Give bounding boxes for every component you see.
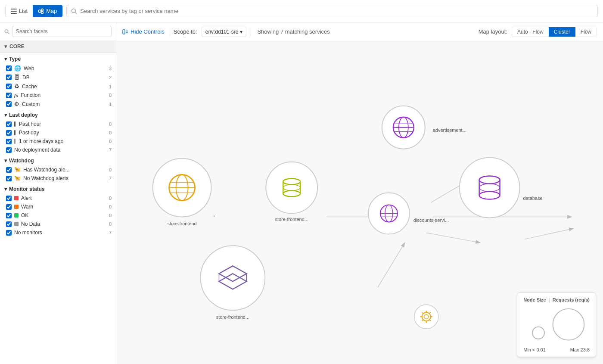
cluster-label: Cluster [554, 29, 570, 35]
facet-alert-count: 0 [109, 196, 112, 201]
node-sf2-label: store-frontend... [216, 314, 249, 320]
facet-no-monitors-label: No monitors [14, 230, 42, 236]
svg-point-46 [200, 246, 265, 310]
db-icon: 🗄 [14, 74, 20, 81]
layout-flow-button[interactable]: Flow [575, 27, 597, 37]
chevron-down-icon-type: ▾ [4, 56, 7, 62]
facet-has-watchdog-checkbox[interactable] [6, 167, 12, 173]
core-section-header[interactable]: ▾ CORE [0, 41, 116, 53]
node-sf2[interactable] [200, 246, 265, 310]
node-database[interactable] [460, 158, 520, 218]
facet-web-checkbox[interactable] [6, 65, 12, 71]
facet-warn-label: Warn [21, 204, 33, 210]
facet-web-label: Web [24, 65, 34, 72]
node-store-frontend-arrow-label: → [211, 213, 216, 218]
node-custom-small[interactable] [414, 305, 438, 329]
svg-point-63 [553, 309, 584, 340]
facet-no-watchdog-checkbox[interactable] [6, 176, 12, 181]
facet-no-watchdog: 🦮 No Watchdog alerts 7 [0, 174, 116, 183]
facet-ok-checkbox[interactable] [6, 213, 12, 218]
chevron-down-icon-monitor: ▾ [4, 186, 7, 192]
lastdeploy-label: Last deploy [9, 112, 38, 118]
facet-no-deploy-data: No deployment data 7 [0, 146, 116, 154]
scope-select[interactable]: env:dd101-sre ▾ [202, 27, 247, 37]
facet-no-data-count: 0 [109, 221, 112, 227]
facet-past-hour: Past hour 0 [0, 120, 116, 128]
layout-auto-flow-button[interactable]: Auto - Flow [512, 27, 549, 37]
facet-ok-label: OK [21, 212, 28, 218]
alert-status-icon [14, 196, 19, 200]
facet-no-monitors-checkbox[interactable] [6, 230, 12, 236]
map-toolbar: Hide Controls Scope to: env:dd101-sre ▾ … [116, 22, 603, 41]
facet-alert-checkbox[interactable] [6, 196, 12, 201]
list-view-button[interactable]: List [6, 5, 33, 17]
chevron-down-icon: ▾ [4, 44, 7, 50]
map-canvas[interactable]: store-frontend → store-frontend... [116, 41, 603, 364]
global-search-input[interactable] [80, 8, 593, 14]
1-more-days-bar [14, 139, 16, 144]
svg-point-62 [532, 327, 544, 339]
lastdeploy-subsection[interactable]: ▾ Last deploy [0, 109, 116, 120]
facet-past-hour-count: 0 [109, 121, 112, 127]
watchdog-none-icon: 🦮 [14, 175, 21, 181]
facet-alert: Alert 0 [0, 194, 116, 202]
facet-warn-checkbox[interactable] [6, 204, 12, 210]
facet-no-data-checkbox[interactable] [6, 221, 12, 227]
matching-info: Showing 7 matching services [257, 28, 329, 35]
map-view-button[interactable]: Map [33, 5, 62, 17]
node-sfdb[interactable] [266, 162, 317, 214]
facet-db-checkbox[interactable] [6, 75, 12, 80]
facet-past-day-count: 0 [109, 130, 112, 135]
function-icon: fx [14, 93, 18, 98]
facet-search-input[interactable] [12, 26, 112, 37]
sidebar-search-area[interactable] [0, 22, 116, 41]
past-hour-bar [14, 121, 16, 127]
type-label: Type [9, 56, 21, 62]
warn-status-icon [14, 205, 19, 209]
facet-1-more-days-checkbox[interactable] [6, 139, 12, 144]
watchdog-subsection[interactable]: ▾ Watchdog [0, 154, 116, 165]
svg-point-5 [41, 11, 44, 13]
facet-no-deploy-data-checkbox[interactable] [6, 147, 12, 153]
facet-ok: OK 0 [0, 211, 116, 220]
facet-ok-count: 0 [109, 213, 112, 218]
facet-alert-label: Alert [21, 195, 32, 201]
top-nav: List Map [0, 0, 603, 22]
facet-function-checkbox[interactable] [6, 93, 12, 98]
global-search-bar[interactable] [66, 5, 598, 17]
facet-no-monitors-count: 7 [109, 230, 112, 235]
legend-labels: Min < 0.01 Max 23.8 [523, 347, 590, 352]
svg-rect-12 [123, 30, 125, 34]
auto-flow-label: Auto - Flow [517, 29, 544, 35]
facet-warn-count: 0 [109, 204, 112, 209]
node-advertisement[interactable] [382, 106, 425, 149]
legend-title-text: Node Size [523, 297, 546, 302]
layout-cluster-button[interactable]: Cluster [549, 27, 575, 37]
facet-past-hour-checkbox[interactable] [6, 121, 12, 127]
chevron-down-icon-watchdog: ▾ [4, 158, 7, 164]
facet-no-data: No Data 0 [0, 220, 116, 228]
facet-1-more-days-label: 1 or more days ago [19, 138, 63, 144]
type-subsection[interactable]: ▾ Type [0, 53, 116, 64]
main-layout: ▾ CORE ▾ Type 🌐 Web 3 🗄 DB 2 ♻ Cache 1 [0, 22, 603, 364]
monitor-subsection[interactable]: ▾ Monitor status [0, 183, 116, 194]
facet-warn: Warn 0 [0, 202, 116, 211]
svg-point-3 [38, 10, 41, 12]
custom-type-icon: ⚙ [14, 101, 19, 107]
monitor-label: Monitor status [9, 186, 45, 192]
facet-no-watchdog-count: 7 [109, 176, 112, 181]
legend-circles [523, 306, 590, 345]
facet-past-day-checkbox[interactable] [6, 130, 12, 136]
node-discounts[interactable] [368, 193, 410, 234]
facet-cache-checkbox[interactable] [6, 84, 12, 89]
view-toggle: List Map [5, 5, 63, 17]
facet-custom-checkbox[interactable] [6, 101, 12, 107]
edge-disc-db [524, 228, 573, 239]
map-area: Hide Controls Scope to: env:dd101-sre ▾ … [116, 22, 603, 364]
facet-web-count: 3 [109, 66, 112, 71]
hide-controls-button[interactable]: Hide Controls [122, 28, 165, 35]
node-store-frontend[interactable] [153, 159, 211, 217]
svg-rect-2 [11, 13, 17, 14]
facet-no-data-label: No Data [21, 221, 40, 227]
facet-db-label: DB [22, 75, 30, 81]
